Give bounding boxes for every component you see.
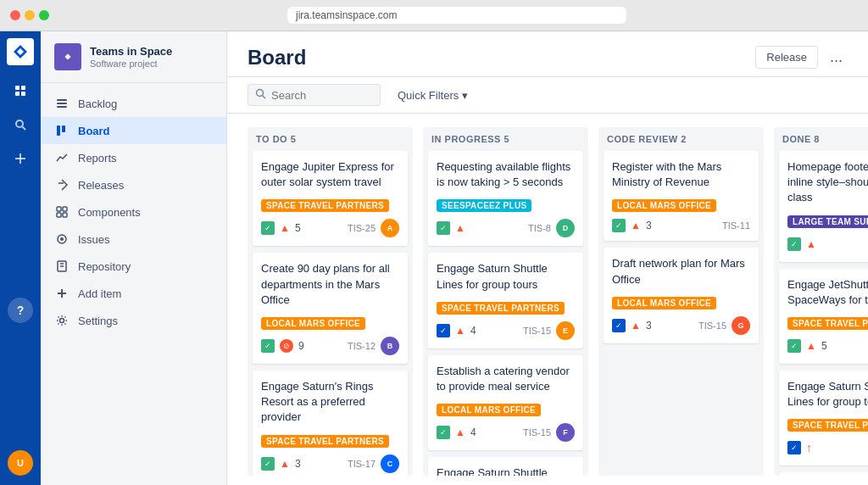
card-count: 9 [298,340,304,352]
app-logo[interactable] [7,38,34,65]
app-container: ? U Teams in Space Software project [0,31,868,485]
table-row[interactable]: Engage Jupiter Express for outer solar s… [253,151,408,246]
check-icon: ✓ [612,219,626,232]
user-avatar[interactable]: U [8,450,33,476]
main-content: Board Release ... Quick Filters ▾ [227,31,868,485]
card-count: 3 [295,458,301,470]
card-footer: ✓▲TIS-8D [437,219,575,237]
card-tag: SEESPACEEZ PLUS [437,199,531,212]
svg-line-28 [263,96,266,99]
card-count: 4 [470,325,476,337]
repository-label: Repository [78,260,131,273]
nav-create[interactable] [5,143,36,174]
sidebar-item-releases[interactable]: Releases [41,171,226,198]
svg-rect-13 [62,125,65,132]
block-icon: ⊘ [280,339,293,353]
sidebar-item-repository[interactable]: Repository [41,253,226,280]
svg-rect-15 [57,207,61,211]
components-icon [54,204,70,220]
check-blue-icon: ✓ [437,324,450,337]
nav-help[interactable]: ? [8,298,33,323]
global-nav: ? U [0,31,41,485]
table-row[interactable]: Establish a catering vendor to provide m… [779,472,868,476]
card-right-meta: TIS-11 [722,220,750,231]
sidebar-item-settings[interactable]: Settings [41,307,226,334]
sidebar-navigation: Backlog Board Reports [41,83,226,341]
release-button[interactable]: Release [755,46,818,69]
minimize-dot[interactable] [25,10,35,20]
card-meta: ✓▲5 [787,339,827,353]
sidebar-item-add[interactable]: Add item [41,280,226,307]
board-toolbar: Quick Filters ▾ [227,77,868,114]
table-row[interactable]: Register with the Mars Ministry of Reven… [604,151,759,241]
table-row[interactable]: Engage JetShuttle SpaceWays for travelSP… [779,269,868,364]
table-row[interactable]: Engage Saturn's Rings Resort as a prefer… [253,371,408,476]
card-title: Engage Saturn Shuttle Lines for group to… [787,379,868,410]
card-footer: ✓▲5TIS-25A [261,219,399,237]
address-bar[interactable]: jira.teamsinspace.com [287,7,626,24]
board-container: TO DO 5Engage Jupiter Express for outer … [227,114,868,485]
priority-high-icon: ▲ [455,325,465,337]
table-row[interactable]: Engage Saturn Shuttle Lines for group to… [428,253,583,348]
svg-rect-11 [57,106,67,108]
quick-filters-button[interactable]: Quick Filters ▾ [391,86,475,105]
column-header-codereview: CODE REVIEW 2 [598,127,764,151]
card-tag: LOCAL MARS OFFICE [612,297,716,309]
card-right-meta: TIS-25A [348,219,399,237]
reports-label: Reports [78,152,117,164]
card-ticket-id: TIS-15 [523,427,551,438]
svg-rect-7 [15,158,25,159]
maximize-dot[interactable] [39,10,49,20]
svg-rect-3 [21,92,25,96]
priority-high-icon: ▲ [455,426,465,438]
project-name: Teams in Space [90,45,172,59]
card-tag: SPACE TRAVEL PARTNERS [437,302,565,315]
card-count: 3 [646,220,652,231]
sidebar-item-issues[interactable]: Issues [41,226,226,253]
table-row[interactable]: Draft network plan for Mars OfficeLOCAL … [604,248,759,343]
card-meta: ✓▲3 [612,219,652,232]
column-cards-todo: Engage Jupiter Express for outer solar s… [248,151,413,476]
card-ticket-id: TIS-25 [348,223,376,233]
card-right-meta: TIS-8D [528,219,575,237]
svg-rect-18 [63,213,67,217]
card-title: Engage JetShuttle SpaceWays for travel [787,277,868,308]
close-dot[interactable] [10,10,20,20]
table-row[interactable]: Requesting available flights is now taki… [428,151,583,246]
board-label: Board [78,125,110,137]
svg-rect-1 [21,86,25,90]
issues-icon [54,231,70,247]
card-footer: ✓▲3TIS-15G [612,316,750,335]
priority-high-icon: ▲ [631,320,641,332]
sidebar-item-backlog[interactable]: Backlog [41,90,226,117]
card-title: Register with the Mars Ministry of Reven… [612,159,750,190]
column-codereview: CODE REVIEW 2Register with the Mars Mini… [598,127,764,476]
table-row[interactable]: Homepage footer uses an inline style–sho… [779,151,868,262]
card-footer: ✓▲3TIS-11 [612,219,750,232]
sidebar-item-reports[interactable]: Reports [41,144,226,171]
content-header: Board Release ... [227,31,868,77]
settings-icon [54,313,70,328]
card-avatar: F [556,423,575,442]
column-inprogress: IN PROGRESS 5Requesting available flight… [423,127,588,476]
nav-search[interactable] [5,109,36,140]
backlog-label: Backlog [78,98,117,110]
sidebar-item-board[interactable]: Board [41,117,226,144]
svg-rect-25 [58,293,66,294]
table-row[interactable]: Engage Saturn Shuttle Lines for group to… [428,457,583,476]
header-actions: Release ... [755,45,848,70]
check-icon: ✓ [787,237,801,251]
table-row[interactable]: Engage Saturn Shuttle Lines for group to… [779,371,868,465]
arrow-up-icon: ↑ [806,441,812,454]
card-count: 3 [646,320,652,332]
more-options-button[interactable]: ... [825,45,848,70]
nav-home[interactable] [5,75,36,106]
table-row[interactable]: Establish a catering vendor to provide m… [428,355,583,450]
search-input[interactable] [271,89,373,102]
table-row[interactable]: Create 90 day plans for all departments … [253,253,408,364]
priority-high-icon: ▲ [631,220,641,231]
card-tag: SPACE TRAVEL PARTNERS [787,317,868,330]
card-ticket-id: TIS-15 [523,326,551,336]
svg-point-27 [257,90,264,97]
sidebar-item-components[interactable]: Components [41,198,226,226]
